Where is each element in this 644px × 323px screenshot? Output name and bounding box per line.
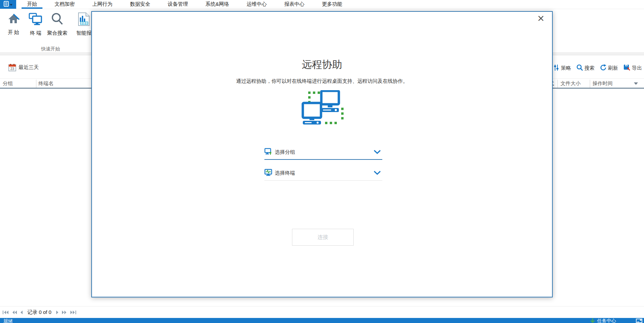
chevron-down-icon [374, 149, 381, 155]
record-count-label: 记录 0 of 0 [27, 309, 52, 316]
terminal-select-placeholder: 选择终端 [275, 170, 295, 176]
download-arrow-icon [590, 318, 595, 323]
smart-report-icon [76, 12, 91, 28]
chevron-down-icon [374, 170, 381, 176]
remote-computers-icon [300, 90, 345, 129]
tab-report-center[interactable]: 报表中心 [279, 0, 310, 9]
tab-document-encryption[interactable]: 文档加密 [49, 0, 80, 9]
home-icon [6, 12, 21, 27]
dialog-description: 通过远程协助，你可以对在线终端进行远程桌面支持、远程访问及在线协作。 [92, 78, 552, 84]
console-monitor-icon[interactable] [636, 318, 642, 323]
fast-next-button[interactable] [62, 310, 67, 315]
column-divider[interactable] [590, 80, 590, 88]
tab-home[interactable]: 开始 [22, 0, 42, 9]
terminals-icon [28, 12, 43, 28]
export-button[interactable]: 导出 [623, 64, 642, 72]
status-ready-label: 就绪 [3, 318, 13, 323]
policy-label: 策略 [561, 65, 571, 71]
menu-tabs: 开始 文档加密 上网行为 数据安全 设备管理 系统&网络 运维中心 报表中心 更… [22, 0, 348, 9]
group-monitor-icon [264, 148, 272, 157]
refresh-button[interactable]: 刷新 [600, 64, 618, 72]
tab-internet-behavior[interactable]: 上网行为 [87, 0, 118, 9]
column-header-file-size[interactable]: 文件大小 [560, 80, 581, 87]
column-header-operation-time[interactable]: 操作时间 [592, 80, 613, 87]
fast-previous-button[interactable] [12, 310, 17, 315]
search-icon [50, 12, 65, 28]
tab-device-management[interactable]: 设备管理 [162, 0, 193, 9]
group-select-placeholder: 选择分组 [275, 149, 295, 155]
policy-button[interactable]: 策略 [553, 64, 571, 72]
date-range-label: 最近三天 [19, 64, 39, 71]
refresh-icon [600, 64, 607, 72]
app-logo-icon [4, 1, 9, 8]
ribbon-button-label: 终 端 [30, 30, 41, 36]
svg-text:23: 23 [10, 67, 14, 71]
tab-data-security[interactable]: 数据安全 [125, 0, 156, 9]
list-actions: 策略 搜索 刷新 导出 [553, 64, 642, 72]
next-page-button[interactable] [56, 310, 59, 315]
column-divider[interactable] [36, 80, 36, 88]
previous-page-button[interactable] [20, 310, 23, 315]
ribbon-button-label: 聚合搜索 [47, 30, 67, 36]
ribbon-button-label: 开 始 [8, 29, 19, 36]
ribbon-button-home[interactable]: 开 始 [4, 12, 23, 36]
menu-bar: 开始 文档加密 上网行为 数据安全 设备管理 系统&网络 运维中心 报表中心 更… [0, 0, 644, 9]
date-range-filter[interactable]: 23 最近三天 [8, 64, 39, 71]
close-icon[interactable]: × [535, 13, 547, 23]
ribbon-button-label: 智能报 [76, 30, 92, 36]
connect-button[interactable]: 连接 [292, 229, 354, 246]
status-bar: 就绪 任务中心 [0, 318, 644, 323]
ribbon-button-terminal[interactable]: 终 端 [26, 12, 45, 36]
dialog-title: 远程协助 [92, 58, 552, 72]
remote-assistance-dialog: × 远程协助 通过远程协助，你可以对在线终端进行远程桌面支持、远程访问及在线协作… [91, 11, 553, 297]
app-menu-button[interactable] [0, 0, 16, 9]
refresh-label: 刷新 [608, 65, 618, 71]
pagination-bar: 记录 0 of 0 [0, 306, 644, 318]
tab-ops-center[interactable]: 运维中心 [241, 0, 272, 9]
group-select-dropdown[interactable]: 选择分组 [264, 147, 382, 160]
column-filter-dropdown-icon[interactable] [634, 82, 638, 85]
ribbon-group-label: 快速开始 [20, 46, 81, 52]
column-header-terminal-name[interactable]: 终端名 [38, 80, 54, 87]
terminal-select-dropdown[interactable]: 选择终端 [264, 168, 382, 181]
task-center-button[interactable]: 任务中心 [590, 318, 616, 323]
first-page-button[interactable] [3, 310, 9, 315]
chevron-down-icon [10, 1, 12, 7]
calendar-icon: 23 [8, 64, 16, 71]
tab-more-features[interactable]: 更多功能 [317, 0, 348, 9]
column-divider[interactable] [557, 80, 558, 88]
application-window: 开始 文档加密 上网行为 数据安全 设备管理 系统&网络 运维中心 报表中心 更… [0, 0, 644, 323]
tab-system-network[interactable]: 系统&网络 [200, 0, 234, 9]
task-center-label: 任务中心 [597, 318, 616, 323]
last-page-button[interactable] [70, 310, 76, 315]
export-label: 导出 [632, 65, 642, 71]
terminal-monitor-icon [264, 169, 272, 178]
export-icon [623, 64, 631, 72]
search-label: 搜索 [584, 65, 594, 71]
search-button[interactable]: 搜索 [576, 64, 594, 72]
ribbon-button-aggregate-search[interactable]: 聚合搜索 [46, 12, 68, 36]
column-header-group[interactable]: 分组 [3, 80, 13, 87]
search-icon [576, 64, 583, 72]
policy-sliders-icon [553, 64, 559, 72]
